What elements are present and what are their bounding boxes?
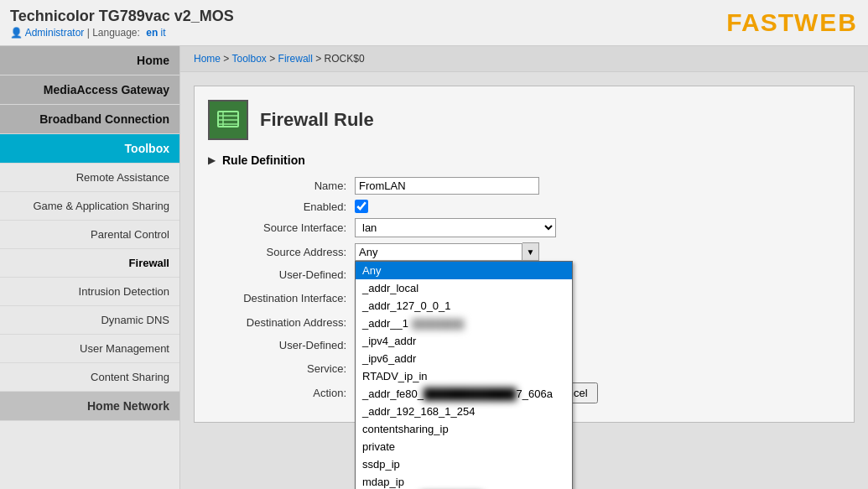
action-label: Action: bbox=[208, 387, 355, 399]
enabled-row: Enabled: bbox=[208, 200, 840, 213]
sidebar-item-user-management[interactable]: User Management bbox=[0, 335, 179, 363]
dropdown-item-addr-127[interactable]: _addr_127_0_0_1 bbox=[356, 297, 572, 315]
dropdown-item-addr-1[interactable]: _addr__1 ████████ bbox=[356, 315, 572, 332]
enabled-checkbox[interactable] bbox=[355, 200, 368, 213]
dropdown-item-addr-local[interactable]: _addr_local bbox=[356, 279, 572, 297]
sidebar-item-broadband[interactable]: Broadband Connection bbox=[0, 105, 179, 134]
sidebar-item-home-network[interactable]: Home Network bbox=[0, 392, 179, 421]
name-label: Name: bbox=[208, 179, 355, 192]
logo-text: FAST bbox=[726, 8, 794, 36]
sidebar-item-game-app-sharing[interactable]: Game & Application Sharing bbox=[0, 192, 179, 221]
dropdown-item-any[interactable]: Any bbox=[356, 262, 572, 279]
sidebar-item-toolbox[interactable]: Toolbox bbox=[0, 134, 179, 164]
card-header: Firewall Rule bbox=[208, 100, 840, 140]
layout: Home MediaAccess Gateway Broadband Conne… bbox=[0, 46, 868, 489]
sidebar: Home MediaAccess Gateway Broadband Conne… bbox=[0, 46, 180, 489]
dropdown-item-ipv6[interactable]: _ipv6_addr bbox=[356, 350, 572, 367]
dropdown-item-ssdp[interactable]: ssdp_ip bbox=[356, 455, 572, 473]
source-interface-label: Source Interface: bbox=[208, 221, 355, 234]
enabled-label: Enabled: bbox=[208, 200, 355, 213]
dest-interface-label: Destination Interface: bbox=[208, 292, 355, 304]
sidebar-item-intrusion-detection[interactable]: Intrusion Detection bbox=[0, 278, 179, 306]
admin-row: 👤 Administrator | Language: en it bbox=[10, 27, 234, 39]
dest-address-label: Destination Address: bbox=[208, 316, 355, 329]
dest-user-defined-label: User-Defined: bbox=[208, 339, 355, 351]
rule-def-label: Rule Definition bbox=[222, 153, 305, 167]
breadcrumb-current: ROCK$0 bbox=[325, 53, 365, 65]
content: Firewall Rule ▶ Rule Definition Name: En… bbox=[180, 72, 868, 436]
source-interface-select[interactable]: lan bbox=[355, 218, 556, 237]
lang-en-link[interactable]: en bbox=[146, 27, 158, 39]
name-input[interactable] bbox=[355, 177, 539, 195]
user-defined-label: User-Defined: bbox=[208, 268, 355, 281]
dropdown-item-contentsharing[interactable]: contentsharing_ip bbox=[356, 420, 572, 438]
header: Technicolor TG789vac v2_MOS 👤 Administra… bbox=[0, 0, 868, 46]
header-left: Technicolor TG789vac v2_MOS 👤 Administra… bbox=[10, 8, 234, 39]
language-label: Language: bbox=[92, 27, 140, 39]
dropdown-item-private[interactable]: private bbox=[356, 438, 572, 455]
dropdown-item-rtadv[interactable]: RTADV_ip_in bbox=[356, 367, 572, 385]
logo-web: WEB bbox=[794, 8, 858, 36]
source-address-row: Source Address: ▼ Any _addr_local _addr_… bbox=[208, 242, 840, 261]
breadcrumb-home[interactable]: Home bbox=[194, 53, 221, 65]
source-address-list[interactable]: Any _addr_local _addr_127_0_0_1 _addr__1… bbox=[355, 261, 573, 489]
dropdown-item-ipv4[interactable]: _ipv4_addr bbox=[356, 332, 572, 350]
source-address-input[interactable] bbox=[355, 243, 522, 261]
page-title: Technicolor TG789vac v2_MOS bbox=[10, 8, 234, 25]
lang-it-link[interactable]: it bbox=[161, 27, 166, 39]
source-address-arrow[interactable]: ▼ bbox=[522, 242, 539, 261]
sidebar-item-firewall[interactable]: Firewall bbox=[0, 249, 179, 278]
name-row: Name: bbox=[208, 177, 840, 195]
expand-icon: ▶ bbox=[208, 154, 216, 166]
admin-link[interactable]: Administrator bbox=[25, 27, 85, 39]
sidebar-item-content-sharing[interactable]: Content Sharing bbox=[0, 363, 179, 392]
sidebar-item-mediaaccess[interactable]: MediaAccess Gateway bbox=[0, 75, 179, 105]
person-icon: 👤 bbox=[10, 27, 25, 39]
sidebar-item-parental-control[interactable]: Parental Control bbox=[0, 221, 179, 249]
rule-card: Firewall Rule ▶ Rule Definition Name: En… bbox=[194, 86, 855, 423]
sidebar-item-dynamic-dns[interactable]: Dynamic DNS bbox=[0, 306, 179, 335]
service-label: Service: bbox=[208, 362, 355, 375]
breadcrumb-firewall[interactable]: Firewall bbox=[278, 53, 313, 65]
dropdown-item-addr-192[interactable]: _addr_192_168_1_254 bbox=[356, 403, 572, 420]
card-title: Firewall Rule bbox=[260, 109, 374, 131]
source-address-dropdown[interactable]: ▼ Any _addr_local _addr_127_0_0_1 _addr_… bbox=[355, 242, 539, 261]
sidebar-item-remote-assistance[interactable]: Remote Assistance bbox=[0, 164, 179, 192]
rule-def-header: ▶ Rule Definition bbox=[208, 153, 840, 167]
source-address-label: Source Address: bbox=[208, 246, 355, 258]
main-content: Home > Toolbox > Firewall > ROCK$0 bbox=[180, 46, 868, 489]
breadcrumb-toolbox[interactable]: Toolbox bbox=[231, 53, 266, 65]
logo: FASTWEB bbox=[726, 8, 858, 37]
dropdown-item-addr-fe80[interactable]: _addr_fe80_████████████7_606a bbox=[356, 385, 572, 403]
breadcrumb: Home > Toolbox > Firewall > ROCK$0 bbox=[180, 46, 868, 72]
firewall-icon bbox=[208, 100, 248, 140]
source-interface-row: Source Interface: lan bbox=[208, 218, 840, 237]
dropdown-item-mdap[interactable]: mdap_ip bbox=[356, 473, 572, 489]
sidebar-item-home[interactable]: Home bbox=[0, 46, 179, 75]
